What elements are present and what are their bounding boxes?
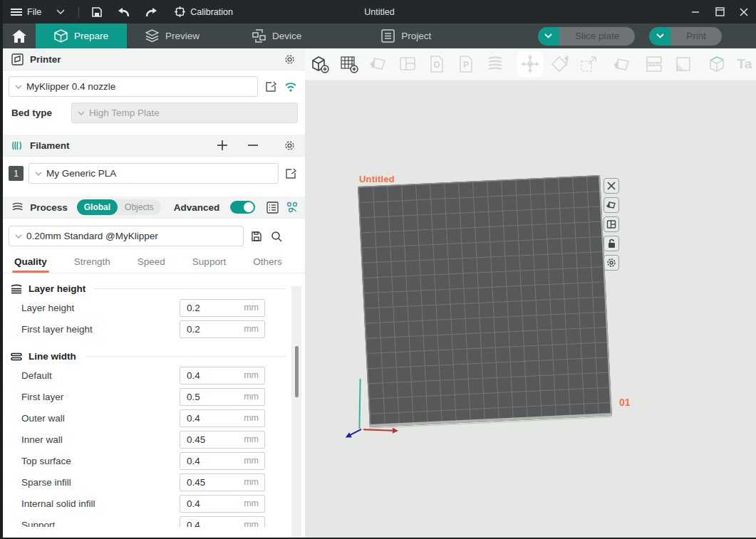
inner-wall-line-width-input[interactable] (180, 434, 230, 445)
print-label: Print (670, 27, 722, 46)
text-tool-icon[interactable]: Ta (735, 53, 756, 75)
filament-section-header: Filament (3, 135, 305, 157)
tab-device[interactable]: Device (234, 23, 320, 48)
scale-tool-icon[interactable] (578, 53, 599, 75)
internal-solid-infill-line-width-input[interactable] (180, 498, 230, 509)
viewport-3d[interactable]: O P (305, 48, 756, 539)
view-list-icon[interactable] (266, 200, 279, 214)
close-button[interactable] (732, 0, 756, 23)
remove-filament-icon[interactable] (246, 138, 260, 152)
chevron-down-icon (15, 85, 22, 89)
printer-section-title: Printer (30, 54, 61, 65)
maximize-button[interactable] (708, 0, 732, 23)
layers-icon[interactable] (485, 53, 506, 75)
wifi-connection-icon[interactable] (284, 80, 298, 94)
split-to-parts-icon[interactable]: P (455, 53, 477, 75)
variable-layer-height-icon[interactable] (706, 53, 727, 75)
split-to-objects-icon[interactable]: O (426, 53, 447, 75)
line-width-icon (10, 352, 23, 361)
add-plate-icon[interactable] (338, 53, 360, 75)
layer-height-input[interactable] (180, 303, 230, 313)
print-button[interactable]: Print (649, 27, 722, 46)
outer-wall-line-width-input[interactable] (180, 413, 230, 424)
sparse-infill-line-width-input[interactable] (180, 477, 230, 488)
delete-plate-icon[interactable] (604, 178, 619, 194)
tab-strength[interactable]: Strength (74, 256, 110, 273)
scope-global[interactable]: Global (77, 199, 118, 215)
orient-plate-icon[interactable] (604, 197, 619, 213)
titlebar-separator (78, 6, 79, 18)
svg-text:Ta: Ta (737, 56, 752, 71)
slice-plate-label: Slice plate (559, 27, 635, 46)
param-row: Top surface mm (3, 450, 305, 471)
top-surface-line-width-input[interactable] (180, 456, 230, 466)
lay-on-face-icon[interactable] (611, 53, 633, 75)
filament-preset-value: My Generic PLA (46, 168, 116, 179)
tab-preview[interactable]: Preview (127, 23, 218, 48)
viewport-toolbar: O P (305, 48, 756, 80)
printer-settings-gear-icon[interactable] (282, 52, 296, 66)
expert-mode-icon[interactable] (286, 200, 299, 214)
redo-icon[interactable] (145, 6, 157, 19)
param-row: Outer wall mm (3, 407, 305, 429)
group-layer-height: Layer height (3, 279, 305, 297)
file-chevron-down-icon[interactable] (54, 6, 67, 19)
minimize-button[interactable] (683, 0, 708, 23)
print-options-dropdown[interactable] (649, 27, 670, 46)
bed-type-select[interactable]: High Temp Plate (71, 103, 298, 123)
rotate-tool-icon[interactable] (549, 53, 570, 75)
add-filament-icon[interactable] (215, 138, 229, 152)
tab-prepare[interactable]: Prepare (36, 23, 127, 48)
slice-plate-button[interactable]: Slice plate (538, 27, 635, 46)
param-row: First layer mm (3, 386, 305, 407)
process-scope-toggle[interactable]: Global Objects (77, 199, 161, 215)
arrange-plate-icon[interactable] (604, 216, 619, 232)
cut-tool-icon[interactable] (643, 53, 665, 75)
plate-name-label: Untitled (359, 174, 395, 184)
tab-support[interactable]: Support (192, 256, 226, 273)
filament-icon (11, 140, 24, 152)
support-line-width-input[interactable] (180, 520, 230, 528)
filament-preset-select[interactable]: My Generic PLA (29, 163, 279, 184)
search-icon[interactable] (269, 229, 284, 244)
advanced-toggle[interactable] (230, 201, 254, 214)
tab-project[interactable]: Project (363, 23, 450, 48)
scope-objects[interactable]: Objects (118, 199, 161, 215)
sidebar-scrollbar[interactable] (291, 286, 301, 539)
param-row: Default mm (3, 365, 305, 386)
calibration-menu[interactable]: Calibration (173, 6, 233, 19)
filament-settings-gear-icon[interactable] (282, 138, 296, 152)
chevron-down-icon (35, 172, 42, 176)
support-painting-icon[interactable] (673, 53, 694, 75)
settings-scroll-area[interactable]: Layer height Layer height mm First layer… (3, 273, 305, 527)
arrange-icon[interactable] (397, 53, 418, 75)
home-button[interactable] (3, 23, 36, 48)
first-layer-height-input[interactable] (180, 324, 230, 335)
tab-speed[interactable]: Speed (138, 256, 165, 273)
group-line-width: Line width (3, 347, 305, 365)
nav-bar: Prepare Preview Device Project Slice pla… (3, 23, 756, 48)
plate-settings-gear-icon[interactable] (604, 255, 619, 271)
lock-plate-icon[interactable] (604, 236, 619, 251)
param-row: First layer height mm (3, 318, 305, 340)
tab-prepare-label: Prepare (74, 31, 108, 41)
auto-orient-icon[interactable] (368, 53, 389, 75)
chevron-down-icon (78, 111, 85, 115)
tab-others[interactable]: Others (253, 256, 282, 273)
first-layer-line-width-input[interactable] (180, 392, 230, 402)
edit-filament-icon[interactable] (284, 167, 298, 181)
move-tool-icon[interactable] (519, 53, 541, 75)
default-line-width-input[interactable] (180, 370, 230, 381)
save-preset-icon[interactable] (249, 229, 264, 244)
printer-preset-select[interactable]: MyKlipper 0.4 nozzle (9, 76, 258, 97)
scrollbar-thumb[interactable] (295, 346, 299, 397)
edit-printer-icon[interactable] (264, 80, 278, 94)
file-menu[interactable]: File (10, 6, 41, 19)
save-icon[interactable] (90, 6, 103, 19)
process-preset-select[interactable]: 0.20mm Standard @MyKlipper (9, 226, 244, 246)
undo-icon[interactable] (118, 6, 130, 19)
build-plate[interactable] (358, 175, 612, 427)
slice-options-dropdown[interactable] (538, 27, 559, 46)
add-object-icon[interactable] (309, 53, 331, 75)
tab-quality[interactable]: Quality (14, 256, 47, 273)
